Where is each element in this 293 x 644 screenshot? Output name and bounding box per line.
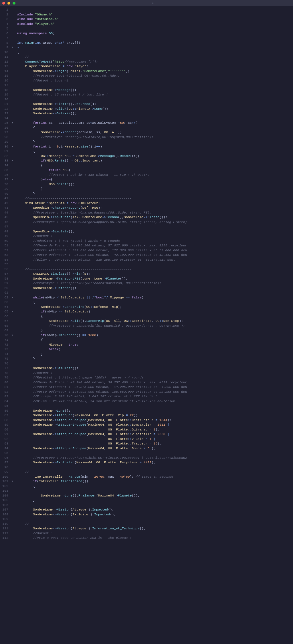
fold-marker-107 [10,507,14,512]
line-number-18: 18 [0,88,10,93]
line-number-8: 8 [0,41,10,45]
fold-marker-72 [10,342,14,347]
line-number-28: 28 [0,135,10,140]
line-number-73: 73 [0,347,10,352]
code-line-58: SombreLame->TransportRES(Lune, Lune->Pla… [17,276,293,281]
code-line-10: { [17,50,293,55]
code-line-67: SombreLame->Silo().LancerMip(OG::All, OG… [17,319,293,324]
code-line-61 [17,290,293,295]
fold-marker-9[interactable]: ▾ [10,45,14,50]
line-number-100: 100 [0,474,10,479]
fold-marker-33[interactable]: ▾ [10,158,14,163]
code-line-49: //Output : [17,234,293,239]
fold-marker-85 [10,404,14,408]
fold-marker-60 [10,286,14,291]
code-line-97: SombreLame->Exploiter(Maxime04, OG::Flot… [17,460,293,465]
line-number-27: 27 [0,130,10,135]
code-line-27: SombreLame->Sonder(actualG, ss, OG::All)… [17,130,293,135]
code-line-46: //Prototype : SpeedSim->ChargerRapport(O… [17,220,293,225]
code-line-15: //Prototype Login(OG::Uni,OG::User,OG::M… [17,73,293,78]
line-number-74: 74 [0,352,10,357]
code-line-80: //Champ de Ruine : 48.740.400 métaux, 36… [17,380,293,385]
code-line-62: while(nbMip < SiloCapacity || /*bool*/ M… [17,295,293,300]
code-line-57: CALLBACK Simulate()->Plan(B); [17,272,293,276]
line-number-84: 84 [0,399,10,404]
fold-marker-86 [10,408,14,413]
line-number-98: 98 [0,465,10,470]
fold-marker-36 [10,173,14,178]
fold-marker-89 [10,422,14,427]
close-button[interactable] [2,2,5,5]
maximize-button[interactable] [13,2,15,5]
line-number-26: 26 [0,125,10,130]
line-number-77: 77 [0,366,10,371]
code-line-86: SombreLame->Lune(); [17,408,293,413]
fold-marker-41 [10,196,14,201]
code-line-3: #include "DataBase.h" [17,17,293,22]
code-line-52: //Perte Attaquant : 302.626.000 métaux, … [17,248,293,253]
fold-marker-91 [10,432,14,437]
fold-marker-28 [10,135,14,140]
line-number-52: 52 [0,248,10,253]
fold-marker-65[interactable]: ▾ [10,309,14,314]
code-line-36: //Output : 20k lm + 1k6 plasma + 11 rip … [17,173,293,178]
line-number-59: 59 [0,281,10,286]
code-line-40: } [17,192,293,196]
line-number-110: 110 [0,522,10,527]
code-line-16: //Output : login=1 [17,78,293,83]
fold-marker-25[interactable]: ▾ [10,121,14,125]
code-line-53: //Perte Défenseur : 86.006.000 métaux, 4… [17,253,293,258]
line-number-113: 113 [0,536,10,541]
fold-marker-101[interactable]: ▾ [10,479,14,484]
line-number-64: 64 [0,305,10,310]
line-number-72: 72 [0,342,10,347]
fold-marker-66 [10,314,14,319]
fold-marker-7 [10,36,14,41]
fold-marker-68 [10,324,14,328]
code-line-63: { [17,300,293,305]
fold-marker-80 [10,380,14,385]
line-number-89: 89 [0,422,10,427]
fold-marker-47 [10,224,14,229]
fold-marker-82 [10,390,14,394]
fold-marker-57 [10,272,14,276]
line-number-23: 23 [0,111,10,116]
line-number-56: 56 [0,267,10,272]
fold-marker-110 [10,522,14,527]
line-number-97: 97 [0,460,10,465]
code-line-66: { [17,314,293,319]
fold-marker-31 [10,149,14,154]
fold-marker-103 [10,489,14,493]
code-line-6: using namespace OG; [17,31,293,36]
fold-marker-53 [10,253,14,258]
code-line-26: { [17,125,293,130]
fold-marker-22 [10,107,14,111]
line-number-11: 11 [0,55,10,59]
line-number-7: 7 [0,36,10,41]
code-line-77: SombreLame->Simulate(); [17,366,293,371]
code-editor[interactable]: #Include "OGame.h"#include "DataBase.h"#… [14,6,293,644]
line-number-63: 63 [0,300,10,305]
line-number-60: 60 [0,286,10,291]
fold-marker-6 [10,31,14,36]
fold-marker-62[interactable]: ▾ [10,295,14,300]
minimize-button[interactable] [7,2,10,5]
fold-marker-37[interactable]: ▾ [10,177,14,182]
fold-marker-70[interactable]: ▾ [10,333,14,338]
line-number-90: 90 [0,427,10,432]
line-number-12: 12 [0,59,10,64]
fold-marker-15 [10,73,14,78]
code-line-88: SombreLame->AttaquerGroupee(Maxime04, OG… [17,418,293,423]
line-number-5: 5 [0,26,10,31]
line-number-96: 96 [0,456,10,460]
fold-marker-19 [10,92,14,97]
code-line-8: int main(int argc, char* argv[]) [17,41,293,45]
fold-marker-13 [10,64,14,69]
code-line-85 [17,404,293,408]
code-line-82: //Perte Défenseur : 136.093.000 métaux, … [17,390,293,394]
line-number-34: 34 [0,163,10,168]
code-line-13: Player *SombreLame = new Player; [17,64,293,69]
code-line-64: SombreLame->Construire(OG::Defense::Mip)… [17,305,293,310]
line-number-83: 83 [0,394,10,399]
fold-marker-30[interactable]: ▾ [10,144,14,149]
